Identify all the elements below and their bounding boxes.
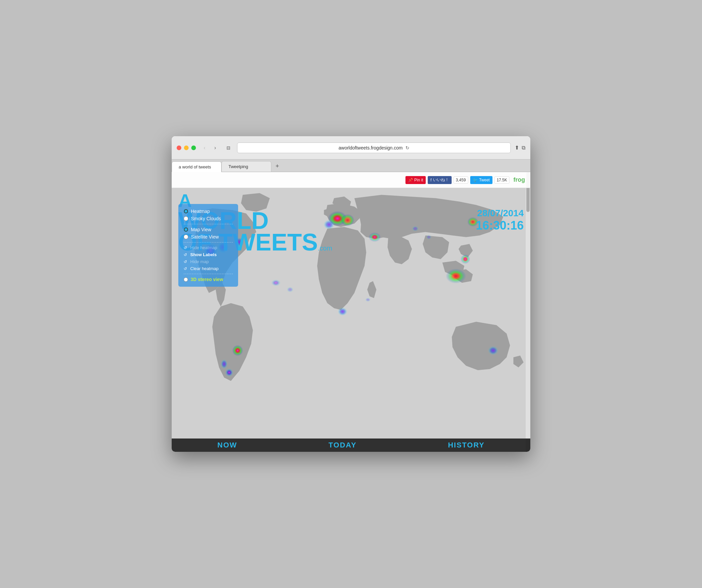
hide-map-icon: ↺ xyxy=(184,260,188,264)
datetime-display: 28/07/2014 16:30:16 xyxy=(476,208,524,232)
now-link[interactable]: NOW xyxy=(218,441,237,450)
control-panel: Heatmap Smoky Clouds Map View Satellite … xyxy=(178,204,238,287)
title-bar: ‹ › ⊟ aworldoftweets.frogdesign.com ↻ ⬆ … xyxy=(172,136,530,160)
new-tab-button[interactable]: + xyxy=(273,162,282,171)
nav-buttons: ‹ › xyxy=(200,143,220,153)
browser-window: ‹ › ⊟ aworldoftweets.frogdesign.com ↻ ⬆ … xyxy=(172,136,530,452)
svg-point-14 xyxy=(338,308,347,316)
facebook-button[interactable]: f いいね！ xyxy=(428,176,451,184)
svg-point-11 xyxy=(446,269,466,284)
refresh-button[interactable]: ↻ xyxy=(405,145,410,151)
date-display: 28/07/2014 xyxy=(476,208,524,219)
stereo-option[interactable]: 3D stereo view xyxy=(184,277,233,282)
url-text: aworldoftweets.frogdesign.com xyxy=(339,145,403,151)
title-com: .com xyxy=(318,244,332,252)
heatmap-option[interactable]: Heatmap xyxy=(184,209,233,214)
svg-point-19 xyxy=(286,287,293,292)
smoky-label[interactable]: Smoky Clouds xyxy=(191,216,221,221)
maximize-button[interactable] xyxy=(191,145,196,150)
forward-button[interactable]: › xyxy=(211,143,220,153)
url-bar: aworldoftweets.frogdesign.com ↻ xyxy=(237,142,511,153)
clear-heatmap-label[interactable]: Clear heatmap xyxy=(190,266,219,271)
pinterest-icon: 📌 xyxy=(408,178,413,182)
map-container: A WORLD OF TWEETS.com 28/07/2014 16:30:1… xyxy=(172,188,530,438)
today-link[interactable]: TODAY xyxy=(328,441,357,450)
twitter-button[interactable]: 🐦 Tweet xyxy=(470,176,492,184)
show-labels-label[interactable]: Show Labels xyxy=(190,252,217,257)
svg-point-6 xyxy=(221,360,227,369)
traffic-lights xyxy=(177,145,196,150)
twitter-icon: 🐦 xyxy=(473,178,478,182)
tab-tweetping[interactable]: Tweetping xyxy=(222,161,271,172)
divider-2 xyxy=(184,242,233,242)
heatmap-radio[interactable] xyxy=(184,209,188,214)
mapview-label[interactable]: Map View xyxy=(191,227,211,232)
sidebar-button[interactable]: ⊟ xyxy=(224,143,233,153)
mapview-radio[interactable] xyxy=(184,227,188,232)
labels-icon: ↺ xyxy=(184,253,188,257)
svg-point-20 xyxy=(271,279,281,286)
stereo-radio[interactable] xyxy=(184,277,188,282)
share-button[interactable]: ⬆ xyxy=(515,144,519,151)
tabs-bar: a world of tweets Tweetping + xyxy=(172,160,530,172)
refresh-icon: ↺ xyxy=(184,246,188,250)
clear-heatmap-action[interactable]: ↺ Clear heatmap xyxy=(184,266,233,271)
satellite-radio[interactable] xyxy=(184,234,188,239)
stereo-label[interactable]: 3D stereo view xyxy=(191,277,223,282)
facebook-icon: f xyxy=(430,178,431,182)
bottom-bar: NOW TODAY HISTORY xyxy=(172,438,530,452)
svg-point-12 xyxy=(461,255,470,264)
smoky-option[interactable]: Smoky Clouds xyxy=(184,216,233,221)
back-button[interactable]: ‹ xyxy=(200,143,209,153)
divider-1 xyxy=(184,224,233,224)
history-link[interactable]: HISTORY xyxy=(448,441,485,450)
satellite-label[interactable]: Satellite View xyxy=(191,234,219,239)
clear-icon: ↺ xyxy=(184,267,188,271)
svg-point-15 xyxy=(488,346,498,355)
page-content: 📌 Pin it f いいね！ 3,459 🐦 Tweet 17.5K frog xyxy=(172,172,530,452)
svg-point-17 xyxy=(426,235,431,239)
twitter-count: 17.5K xyxy=(494,176,509,184)
close-button[interactable] xyxy=(177,145,181,150)
svg-point-5 xyxy=(225,368,233,376)
satellite-option[interactable]: Satellite View xyxy=(184,234,233,239)
svg-point-18 xyxy=(365,298,371,302)
tab-world-tweets[interactable]: a world of tweets xyxy=(172,162,222,172)
heatmap-label[interactable]: Heatmap xyxy=(191,209,210,214)
time-display: 16:30:16 xyxy=(476,219,524,232)
smoky-radio[interactable] xyxy=(184,216,188,221)
social-bar: 📌 Pin it f いいね！ 3,459 🐦 Tweet 17.5K frog xyxy=(172,172,530,188)
show-labels-action[interactable]: ↺ Show Labels xyxy=(184,252,233,257)
divider-3 xyxy=(184,274,233,274)
hide-map-action[interactable]: ↺ Hide map xyxy=(184,259,233,264)
hide-heatmap-label[interactable]: Hide heatmap xyxy=(190,245,217,250)
svg-point-4 xyxy=(232,345,243,356)
svg-point-8 xyxy=(341,214,354,226)
hide-map-label[interactable]: Hide map xyxy=(190,259,209,264)
svg-point-16 xyxy=(412,226,419,231)
new-window-button[interactable]: ⧉ xyxy=(522,144,525,151)
frog-logo: frog xyxy=(513,176,525,183)
minimize-button[interactable] xyxy=(184,145,189,150)
mapview-option[interactable]: Map View xyxy=(184,227,233,232)
facebook-count: 3,459 xyxy=(454,176,468,184)
browser-actions: ⬆ ⧉ xyxy=(515,144,525,151)
pinterest-button[interactable]: 📌 Pin it xyxy=(405,176,426,184)
hide-heatmap-action[interactable]: ↺ Hide heatmap xyxy=(184,245,233,250)
svg-point-10 xyxy=(369,232,381,242)
scrollbar[interactable] xyxy=(526,172,530,452)
